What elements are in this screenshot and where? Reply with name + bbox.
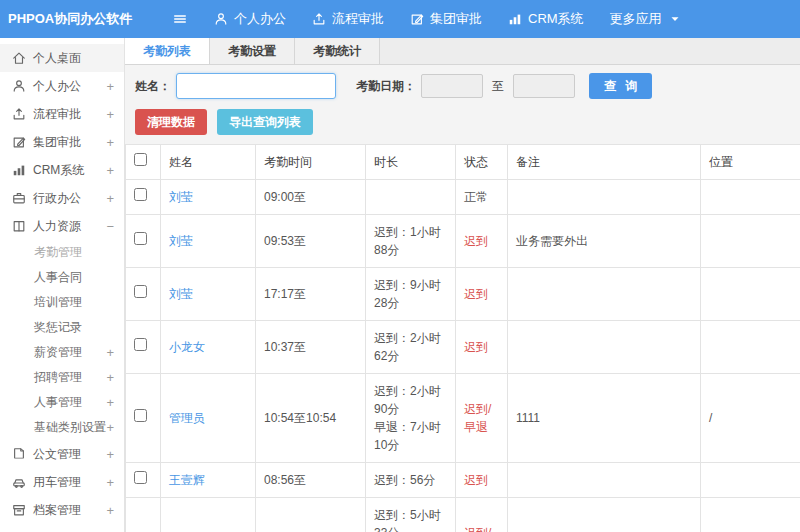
name-cell: 管理员 bbox=[161, 374, 256, 463]
expand-toggle-icon[interactable]: + bbox=[106, 191, 114, 206]
expand-toggle-icon[interactable]: + bbox=[106, 447, 114, 462]
sidebar-item-4[interactable]: 集团审批+ bbox=[0, 128, 124, 156]
car-icon bbox=[12, 475, 26, 489]
employee-name-link[interactable]: 刘莹 bbox=[169, 287, 193, 301]
sidebar-subitem-1[interactable]: 考勤管理 bbox=[0, 240, 124, 265]
search-button[interactable]: 查 询 bbox=[589, 73, 652, 99]
top-header: PHPOA协同办公软件 个人办公流程审批集团审批CRM系统更多应用 bbox=[0, 0, 800, 38]
export-list-button[interactable]: 导出查询列表 bbox=[217, 109, 313, 135]
expand-toggle-icon[interactable]: + bbox=[106, 395, 114, 410]
attendance-table: 姓名考勤时间时长状态备注位置 刘莹09:00至正常刘莹09:53至迟到：1小时8… bbox=[125, 144, 800, 532]
select-all-checkbox[interactable] bbox=[134, 153, 147, 166]
expand-toggle-icon[interactable]: + bbox=[106, 107, 114, 122]
action-bar: 清理数据 导出查询列表 bbox=[125, 107, 800, 144]
app-logo: PHPOA协同办公软件 bbox=[0, 10, 125, 28]
tab-bar: 考勤列表考勤设置考勤统计 bbox=[125, 38, 800, 65]
employee-name-link[interactable]: 小龙女 bbox=[169, 340, 205, 354]
nav-item-5[interactable]: 更多应用 bbox=[610, 10, 682, 28]
clean-data-button[interactable]: 清理数据 bbox=[135, 109, 207, 135]
name-input[interactable] bbox=[176, 73, 336, 99]
sidebar-subitem-8[interactable]: 基础类别设置+ bbox=[0, 415, 124, 440]
nav-item-2[interactable]: 流程审批 bbox=[312, 10, 384, 28]
sidebar-item-label: 行政办公 bbox=[33, 190, 81, 207]
sidebar-item-label: 基础类别设置 bbox=[34, 419, 106, 436]
column-header: 位置 bbox=[701, 145, 800, 180]
sidebar-item-label: 档案管理 bbox=[33, 502, 81, 519]
expand-toggle-icon[interactable]: + bbox=[106, 163, 114, 178]
sidebar-item-label: 公文管理 bbox=[33, 446, 81, 463]
expand-toggle-icon[interactable]: + bbox=[106, 370, 114, 385]
column-header: 姓名 bbox=[161, 145, 256, 180]
column-header: 备注 bbox=[508, 145, 701, 180]
table-row: 王壹辉08:56至迟到：56分迟到 bbox=[126, 463, 800, 498]
date-to-input[interactable] bbox=[513, 74, 575, 98]
note-cell bbox=[508, 268, 701, 321]
expand-toggle-icon[interactable]: + bbox=[106, 79, 114, 94]
sidebar-item-2[interactable]: 个人办公+ bbox=[0, 72, 124, 100]
row-checkbox[interactable] bbox=[134, 338, 147, 351]
duration-cell: 迟到：56分 bbox=[366, 463, 456, 498]
row-select-cell bbox=[126, 268, 161, 321]
sidebar-item-9[interactable]: 用车管理+ bbox=[0, 468, 124, 496]
name-label: 姓名： bbox=[135, 78, 171, 95]
employee-name-link[interactable]: 刘莹 bbox=[169, 234, 193, 248]
nav-item-4[interactable]: CRM系统 bbox=[508, 10, 584, 28]
expand-toggle-icon[interactable]: + bbox=[106, 345, 114, 360]
select-all-cell bbox=[126, 145, 161, 180]
expand-toggle-icon[interactable]: + bbox=[106, 420, 114, 435]
sidebar-subitem-6[interactable]: 招聘管理+ bbox=[0, 365, 124, 390]
sidebar-subitem-7[interactable]: 人事管理+ bbox=[0, 390, 124, 415]
sidebar-item-10[interactable]: 档案管理+ bbox=[0, 496, 124, 524]
date-from-input[interactable] bbox=[421, 74, 483, 98]
sidebar-item-label: 流程审批 bbox=[33, 106, 81, 123]
name-cell: 刘莹 bbox=[161, 268, 256, 321]
sidebar-item-5[interactable]: CRM系统+ bbox=[0, 156, 124, 184]
sidebar-subitem-5[interactable]: 薪资管理+ bbox=[0, 340, 124, 365]
sidebar-item-7[interactable]: 人力资源− bbox=[0, 212, 124, 240]
location-cell bbox=[701, 180, 800, 215]
employee-name-link[interactable]: 刘莹 bbox=[169, 190, 193, 204]
name-cell: 王壹辉 bbox=[161, 463, 256, 498]
tab-3[interactable]: 考勤统计 bbox=[295, 38, 380, 64]
sidebar-item-3[interactable]: 流程审批+ bbox=[0, 100, 124, 128]
status-cell: 迟到/早退 bbox=[456, 498, 508, 532]
nav-item-3[interactable]: 集团审批 bbox=[410, 10, 482, 28]
row-checkbox[interactable] bbox=[134, 409, 147, 422]
sidebar-item-label: 薪资管理 bbox=[34, 344, 82, 361]
sidebar-subitem-4[interactable]: 奖惩记录 bbox=[0, 315, 124, 340]
expand-toggle-icon[interactable]: + bbox=[106, 503, 114, 518]
row-checkbox[interactable] bbox=[134, 232, 147, 245]
sidebar-subitem-3[interactable]: 培训管理 bbox=[0, 290, 124, 315]
location-cell bbox=[701, 215, 800, 268]
sidebar-item-11[interactable]: 项目管理+ bbox=[0, 524, 124, 532]
nav-item-label: 个人办公 bbox=[234, 10, 286, 28]
employee-name-link[interactable]: 王壹辉 bbox=[169, 473, 205, 487]
tab-1[interactable]: 考勤列表 bbox=[125, 38, 210, 64]
archive-icon bbox=[12, 503, 26, 517]
row-checkbox[interactable] bbox=[134, 188, 147, 201]
sidebar-item-label: 集团审批 bbox=[33, 134, 81, 151]
sidebar: 个人桌面个人办公+流程审批+集团审批+CRM系统+行政办公+人力资源−考勤管理人… bbox=[0, 38, 125, 532]
note-cell bbox=[508, 463, 701, 498]
sidebar-item-6[interactable]: 行政办公+ bbox=[0, 184, 124, 212]
row-checkbox[interactable] bbox=[134, 285, 147, 298]
name-cell: 小龙女 bbox=[161, 321, 256, 374]
tab-2[interactable]: 考勤设置 bbox=[210, 38, 295, 64]
expand-toggle-icon[interactable]: + bbox=[106, 135, 114, 150]
status-badge: 正常 bbox=[464, 190, 488, 204]
to-label: 至 bbox=[492, 78, 504, 95]
sidebar-item-label: 用车管理 bbox=[33, 474, 81, 491]
status-badge: 迟到 bbox=[464, 287, 488, 301]
hamburger-icon[interactable] bbox=[173, 12, 187, 26]
duration-cell: 迟到：2小时62分 bbox=[366, 321, 456, 374]
sidebar-subitem-2[interactable]: 人事合同 bbox=[0, 265, 124, 290]
row-checkbox[interactable] bbox=[134, 471, 147, 484]
nav-item-1[interactable]: 个人办公 bbox=[214, 10, 286, 28]
expand-toggle-icon[interactable]: + bbox=[106, 475, 114, 490]
expand-toggle-icon[interactable]: − bbox=[106, 219, 114, 234]
edit-icon bbox=[410, 12, 424, 26]
row-select-cell bbox=[126, 321, 161, 374]
sidebar-item-8[interactable]: 公文管理+ bbox=[0, 440, 124, 468]
employee-name-link[interactable]: 管理员 bbox=[169, 411, 205, 425]
sidebar-item-1[interactable]: 个人桌面 bbox=[0, 44, 124, 72]
